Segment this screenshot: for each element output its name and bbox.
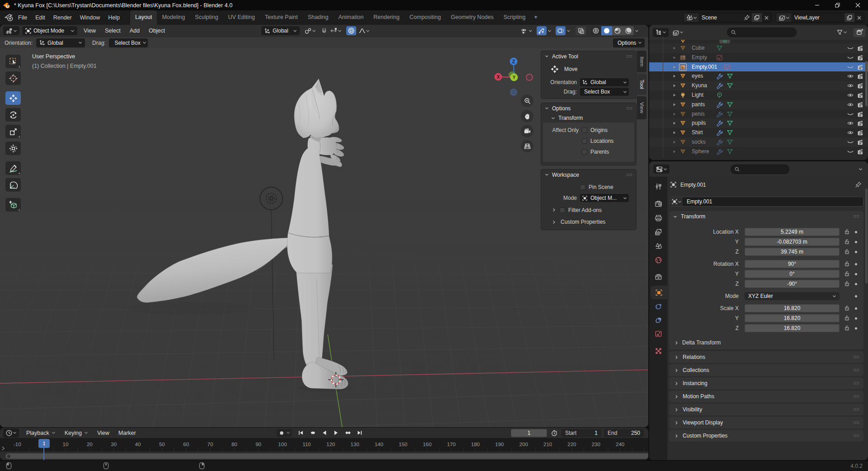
workspace-tab-texture-paint[interactable]: Texture Paint [260,10,303,25]
camera-visibility-icon[interactable] [857,64,864,71]
current-frame-field[interactable]: 1 [511,429,547,437]
start-frame-field[interactable]: Start 1 [561,429,601,437]
eye-open-icon[interactable] [847,129,854,136]
animate-dot[interactable] [855,327,857,330]
sidebar-orientation-selector[interactable]: Global [580,78,629,86]
mode-selector[interactable]: Object Mode [22,26,77,35]
shading-wireframe-button[interactable] [590,26,601,35]
lock-icon[interactable] [844,271,850,277]
topbar-menu-render[interactable]: Render [49,14,76,21]
properties-tab-tool[interactable] [649,179,667,193]
lock-icon[interactable] [844,305,850,311]
timeline-editor-type-button[interactable] [3,429,19,438]
animate-dot[interactable] [855,307,857,310]
proportional-falloff-button[interactable] [358,26,371,35]
timeline-menu-keying[interactable]: Keying [60,430,93,436]
object-id-icon-button[interactable] [670,197,683,206]
lock-icon[interactable] [844,229,850,235]
workspace-tab-modeling[interactable]: Modeling [157,10,190,25]
workspace-tab-sculpting[interactable]: Sculpting [190,10,223,25]
next-keyframe-button[interactable] [344,429,352,438]
panel-collections[interactable]: Collections [669,364,863,376]
play-reverse-button[interactable] [320,429,329,438]
topbar-menu-edit[interactable]: Edit [31,14,49,21]
lock-icon[interactable] [844,325,850,331]
workspace-tab-scripting[interactable]: Scripting [499,10,531,25]
outliner-search[interactable] [727,28,797,37]
pin-scene-checkbox[interactable] [580,184,585,190]
lock-icon[interactable] [844,249,850,254]
filter-addons-checkbox[interactable] [560,207,565,213]
viewport-canvas[interactable]: User Perspective (1) Collection | Empty.… [0,48,648,427]
origins-checkbox[interactable] [582,127,587,133]
parents-checkbox[interactable] [582,149,587,155]
view-layer-browse-button[interactable] [776,13,791,22]
proportional-editing-toggle[interactable] [346,26,356,35]
eye-open-icon[interactable] [847,82,854,89]
delta-transform-toggle[interactable]: Delta Transform [675,339,721,346]
jump-to-end-button[interactable] [355,429,364,438]
breadcrumb-pin-icon[interactable] [855,181,862,188]
transform-panel-header[interactable]: Transform [669,211,863,222]
zoom-button[interactable] [521,94,533,107]
locations-checkbox[interactable] [582,138,587,144]
outliner-row-empty.001[interactable]: Empty.001 [649,62,868,72]
outliner-row-penis[interactable]: penis [649,109,868,119]
transform-subpanel-header[interactable]: Transform [541,113,636,122]
animate-dot[interactable] [855,231,857,233]
tool-measure[interactable] [5,178,21,192]
viewport-menu-object[interactable]: Object [144,28,170,34]
minimize-button[interactable] [807,0,827,10]
properties-tab-physics[interactable] [649,300,667,313]
field-value-rotation-x[interactable]: 90° [745,260,840,268]
sidebar-tab-tool[interactable]: Tool [637,74,646,95]
timeline-menu-marker[interactable]: Marker [114,430,141,436]
blender-menu-icon[interactable] [4,13,14,22]
timeline-ruler[interactable]: -101020304050607080901001101201301401501… [0,438,648,452]
close-button[interactable] [848,0,868,10]
workspace-tab-layout[interactable]: Layout [130,10,157,25]
shading-material-button[interactable] [612,26,623,35]
field-value-z[interactable]: 39.745 m [745,248,840,256]
properties-tab-render[interactable] [649,197,667,211]
tool-cursor[interactable] [5,71,21,85]
viewport-menu-add[interactable]: Add [125,28,144,34]
scene-delete-button[interactable] [762,13,771,22]
workspace-tab-geometry-nodes[interactable]: Geometry Nodes [446,10,498,25]
gizmo-settings-button[interactable] [547,26,552,35]
properties-tab-data[interactable] [649,327,667,340]
eye-closed-icon[interactable] [847,111,854,118]
workspace-tab-uv-editing[interactable]: UV Editing [223,10,260,25]
options-button[interactable]: Options [613,38,645,47]
orientation-setting-selector[interactable]: Global [36,38,85,47]
lock-icon[interactable] [844,239,850,245]
panel-visibility[interactable]: Visibility [669,404,863,415]
animate-dot[interactable] [855,263,857,265]
view-layer-new-button[interactable] [844,13,854,22]
outliner-row-socks[interactable]: socks [649,137,868,147]
eye-closed-icon[interactable] [847,54,854,61]
properties-tab-object[interactable] [651,286,667,299]
view-layer-delete-button[interactable] [854,13,864,22]
properties-search[interactable] [731,165,789,174]
visibility-toggles-button[interactable] [519,26,533,35]
eye-open-icon[interactable] [847,73,854,80]
outliner-scrollbar[interactable] [865,61,868,106]
field-value-location-x[interactable]: 5.2249 m [745,228,840,236]
maximize-button[interactable] [827,0,848,10]
sidebar-drag-selector[interactable]: Select Box [580,88,629,96]
animate-dot[interactable] [855,283,857,285]
playhead[interactable]: 1 [38,439,50,448]
view-layer-name[interactable]: ViewLayer [791,14,844,21]
pan-button[interactable] [521,110,533,122]
properties-tab-collection[interactable] [649,270,667,283]
animate-dot[interactable] [855,241,857,243]
pivot-point-button[interactable] [303,26,317,35]
camera-visibility-icon[interactable] [857,73,864,80]
timeline-menu-view[interactable]: View [93,430,114,436]
workspace-tab-shading[interactable]: Shading [303,10,334,25]
properties-editor-type-button[interactable] [653,165,670,174]
eye-closed-icon[interactable] [847,139,854,146]
shading-solid-button[interactable] [601,26,612,35]
snap-settings-button[interactable] [329,26,343,35]
